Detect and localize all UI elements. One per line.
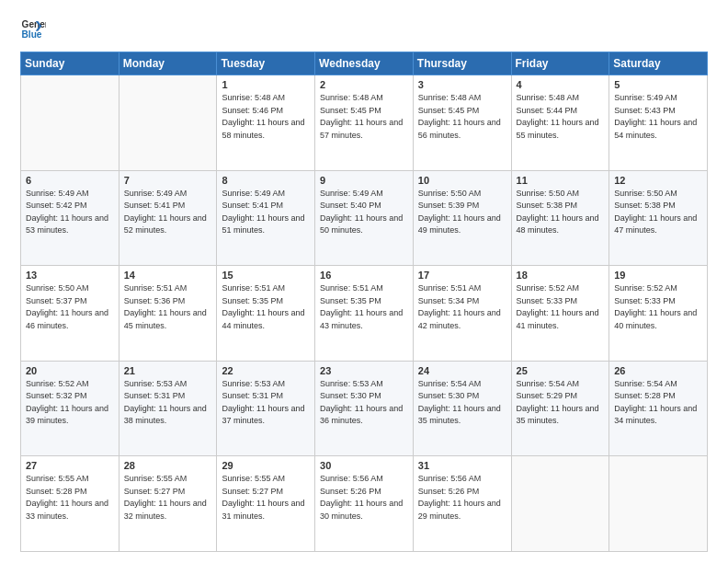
- day-number: 11: [517, 175, 605, 186]
- day-number: 12: [614, 175, 702, 186]
- day-number: 23: [320, 365, 408, 376]
- weekday-header: Tuesday: [217, 52, 315, 75]
- calendar-day-cell: [609, 456, 708, 552]
- day-info: Sunrise: 5:51 AMSunset: 5:36 PMDaylight:…: [124, 282, 212, 332]
- calendar-day-cell: [21, 75, 119, 171]
- calendar-day-cell: 31Sunrise: 5:56 AMSunset: 5:26 PMDayligh…: [413, 456, 511, 552]
- page-header: General Blue: [20, 17, 708, 42]
- day-number: 29: [222, 460, 310, 471]
- calendar-week-row: 27Sunrise: 5:55 AMSunset: 5:28 PMDayligh…: [21, 456, 708, 552]
- day-number: 26: [614, 365, 702, 376]
- day-number: 28: [124, 460, 212, 471]
- day-number: 24: [418, 365, 506, 376]
- logo-icon: General Blue: [20, 17, 46, 42]
- calendar-day-cell: 4Sunrise: 5:48 AMSunset: 5:44 PMDaylight…: [511, 75, 609, 171]
- day-info: Sunrise: 5:55 AMSunset: 5:28 PMDaylight:…: [26, 473, 114, 523]
- day-number: 27: [26, 460, 114, 471]
- calendar-day-cell: 6Sunrise: 5:49 AMSunset: 5:42 PMDaylight…: [21, 170, 119, 266]
- day-info: Sunrise: 5:51 AMSunset: 5:34 PMDaylight:…: [418, 282, 506, 332]
- day-number: 13: [26, 270, 114, 281]
- day-info: Sunrise: 5:54 AMSunset: 5:30 PMDaylight:…: [418, 378, 506, 428]
- calendar-day-cell: 29Sunrise: 5:55 AMSunset: 5:27 PMDayligh…: [217, 456, 315, 552]
- day-number: 9: [320, 175, 408, 186]
- day-info: Sunrise: 5:56 AMSunset: 5:26 PMDaylight:…: [320, 473, 408, 523]
- weekday-header: Saturday: [609, 52, 708, 75]
- day-number: 19: [614, 270, 702, 281]
- day-number: 4: [517, 79, 605, 90]
- calendar-day-cell: 26Sunrise: 5:54 AMSunset: 5:28 PMDayligh…: [609, 361, 708, 456]
- calendar-day-cell: 22Sunrise: 5:53 AMSunset: 5:31 PMDayligh…: [217, 361, 315, 456]
- calendar-table: SundayMondayTuesdayWednesdayThursdayFrid…: [20, 52, 708, 552]
- day-number: 25: [517, 365, 605, 376]
- calendar-day-cell: 20Sunrise: 5:52 AMSunset: 5:32 PMDayligh…: [21, 361, 119, 456]
- day-info: Sunrise: 5:49 AMSunset: 5:41 PMDaylight:…: [222, 188, 310, 237]
- day-number: 3: [418, 79, 506, 90]
- calendar-week-row: 20Sunrise: 5:52 AMSunset: 5:32 PMDayligh…: [21, 361, 708, 456]
- calendar-day-cell: 17Sunrise: 5:51 AMSunset: 5:34 PMDayligh…: [413, 266, 511, 362]
- day-info: Sunrise: 5:55 AMSunset: 5:27 PMDaylight:…: [124, 473, 212, 523]
- logo: General Blue: [20, 17, 46, 42]
- day-info: Sunrise: 5:49 AMSunset: 5:41 PMDaylight:…: [124, 188, 212, 237]
- day-info: Sunrise: 5:50 AMSunset: 5:39 PMDaylight:…: [418, 188, 506, 237]
- calendar-day-cell: [511, 456, 609, 552]
- day-info: Sunrise: 5:51 AMSunset: 5:35 PMDaylight:…: [222, 282, 310, 332]
- calendar-day-cell: 12Sunrise: 5:50 AMSunset: 5:38 PMDayligh…: [609, 170, 708, 266]
- day-number: 20: [26, 365, 114, 376]
- svg-text:General: General: [22, 19, 46, 29]
- calendar-day-cell: 14Sunrise: 5:51 AMSunset: 5:36 PMDayligh…: [119, 266, 217, 362]
- day-number: 10: [418, 175, 506, 186]
- day-info: Sunrise: 5:50 AMSunset: 5:38 PMDaylight:…: [614, 188, 702, 237]
- calendar-day-cell: 5Sunrise: 5:49 AMSunset: 5:43 PMDaylight…: [609, 75, 708, 171]
- day-number: 17: [418, 270, 506, 281]
- day-info: Sunrise: 5:50 AMSunset: 5:37 PMDaylight:…: [26, 282, 114, 332]
- day-number: 30: [320, 460, 408, 471]
- day-info: Sunrise: 5:48 AMSunset: 5:44 PMDaylight:…: [517, 92, 605, 142]
- calendar-day-cell: 8Sunrise: 5:49 AMSunset: 5:41 PMDaylight…: [217, 170, 315, 266]
- day-info: Sunrise: 5:55 AMSunset: 5:27 PMDaylight:…: [222, 473, 310, 523]
- day-number: 22: [222, 365, 310, 376]
- weekday-header: Monday: [119, 52, 217, 75]
- calendar-week-row: 6Sunrise: 5:49 AMSunset: 5:42 PMDaylight…: [21, 170, 708, 266]
- calendar-day-cell: 16Sunrise: 5:51 AMSunset: 5:35 PMDayligh…: [315, 266, 414, 362]
- calendar-day-cell: [119, 75, 217, 171]
- day-number: 15: [222, 270, 310, 281]
- day-info: Sunrise: 5:52 AMSunset: 5:33 PMDaylight:…: [517, 282, 605, 332]
- day-info: Sunrise: 5:52 AMSunset: 5:32 PMDaylight:…: [26, 378, 114, 428]
- calendar-day-cell: 1Sunrise: 5:48 AMSunset: 5:46 PMDaylight…: [217, 75, 315, 171]
- weekday-header: Thursday: [413, 52, 511, 75]
- day-info: Sunrise: 5:49 AMSunset: 5:40 PMDaylight:…: [320, 188, 408, 237]
- day-info: Sunrise: 5:53 AMSunset: 5:31 PMDaylight:…: [124, 378, 212, 428]
- day-number: 21: [124, 365, 212, 376]
- calendar-header-row: SundayMondayTuesdayWednesdayThursdayFrid…: [21, 52, 708, 75]
- day-info: Sunrise: 5:56 AMSunset: 5:26 PMDaylight:…: [418, 473, 506, 523]
- calendar-week-row: 13Sunrise: 5:50 AMSunset: 5:37 PMDayligh…: [21, 266, 708, 362]
- weekday-header: Wednesday: [315, 52, 414, 75]
- calendar-day-cell: 11Sunrise: 5:50 AMSunset: 5:38 PMDayligh…: [511, 170, 609, 266]
- day-info: Sunrise: 5:48 AMSunset: 5:45 PMDaylight:…: [418, 92, 506, 142]
- day-number: 2: [320, 79, 408, 90]
- weekday-header: Friday: [511, 52, 609, 75]
- calendar-day-cell: 21Sunrise: 5:53 AMSunset: 5:31 PMDayligh…: [119, 361, 217, 456]
- calendar-day-cell: 27Sunrise: 5:55 AMSunset: 5:28 PMDayligh…: [21, 456, 119, 552]
- day-info: Sunrise: 5:49 AMSunset: 5:43 PMDaylight:…: [614, 92, 702, 142]
- calendar-day-cell: 19Sunrise: 5:52 AMSunset: 5:33 PMDayligh…: [609, 266, 708, 362]
- day-number: 14: [124, 270, 212, 281]
- calendar-day-cell: 13Sunrise: 5:50 AMSunset: 5:37 PMDayligh…: [21, 266, 119, 362]
- day-info: Sunrise: 5:51 AMSunset: 5:35 PMDaylight:…: [320, 282, 408, 332]
- calendar-day-cell: 7Sunrise: 5:49 AMSunset: 5:41 PMDaylight…: [119, 170, 217, 266]
- day-info: Sunrise: 5:53 AMSunset: 5:31 PMDaylight:…: [222, 378, 310, 428]
- calendar-day-cell: 23Sunrise: 5:53 AMSunset: 5:30 PMDayligh…: [315, 361, 414, 456]
- day-number: 6: [26, 175, 114, 186]
- calendar-week-row: 1Sunrise: 5:48 AMSunset: 5:46 PMDaylight…: [21, 75, 708, 171]
- calendar-day-cell: 15Sunrise: 5:51 AMSunset: 5:35 PMDayligh…: [217, 266, 315, 362]
- day-info: Sunrise: 5:54 AMSunset: 5:29 PMDaylight:…: [517, 378, 605, 428]
- day-number: 7: [124, 175, 212, 186]
- day-info: Sunrise: 5:52 AMSunset: 5:33 PMDaylight:…: [614, 282, 702, 332]
- day-info: Sunrise: 5:54 AMSunset: 5:28 PMDaylight:…: [614, 378, 702, 428]
- weekday-header: Sunday: [21, 52, 119, 75]
- day-info: Sunrise: 5:49 AMSunset: 5:42 PMDaylight:…: [26, 188, 114, 237]
- calendar-day-cell: 9Sunrise: 5:49 AMSunset: 5:40 PMDaylight…: [315, 170, 414, 266]
- day-info: Sunrise: 5:48 AMSunset: 5:46 PMDaylight:…: [222, 92, 310, 142]
- calendar-day-cell: 30Sunrise: 5:56 AMSunset: 5:26 PMDayligh…: [315, 456, 414, 552]
- day-number: 31: [418, 460, 506, 471]
